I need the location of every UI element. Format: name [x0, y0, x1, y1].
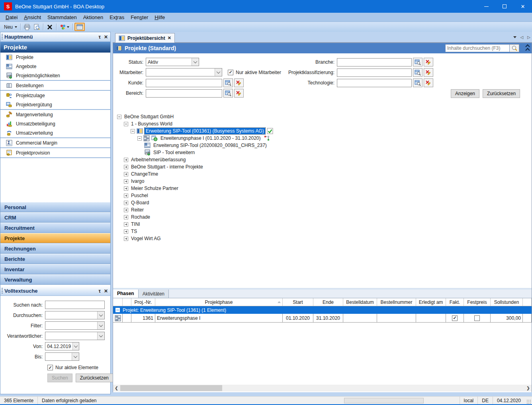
vts-von-combo[interactable]: 04.12.2019 — [45, 342, 79, 350]
close-panel-icon[interactable]: ✕ — [104, 34, 108, 40]
grid-group-row[interactable]: Projekt: Erweiterung SIP-Tool (1361) (1 … — [113, 306, 532, 314]
sidebar-item-umsatzbeteiligung[interactable]: Umsatzbeteiligung — [0, 119, 110, 128]
vts-suchennach-input[interactable] — [45, 301, 105, 309]
expand-icon[interactable] — [124, 179, 128, 184]
menu-aktionen[interactable]: Aktionen — [80, 14, 107, 21]
vts-filter-combo[interactable] — [45, 321, 105, 330]
content-search-input[interactable] — [445, 44, 510, 52]
section-berichte[interactable]: Berichte — [0, 254, 110, 264]
row-cell[interactable] — [377, 314, 416, 322]
sidebar-item-commercial-margin[interactable]: ΣCommercial Margin — [0, 138, 110, 147]
tab-projektuebersicht[interactable]: Projektübersicht ✕ — [115, 33, 175, 43]
sidebar-item-umsatzverteilung[interactable]: Umsatzverteilung — [0, 128, 110, 137]
drag-grip-icon[interactable] — [2, 288, 3, 294]
bereich-lookup-button[interactable] — [223, 89, 233, 98]
branche-lookup-button[interactable] — [413, 58, 422, 67]
tree-node-label[interactable]: Reiter — [130, 207, 145, 213]
row-icon-cell[interactable] — [113, 314, 123, 322]
expand-icon[interactable] — [124, 158, 128, 162]
expand-icon[interactable] — [124, 201, 128, 205]
status-combo[interactable]: Aktiv — [146, 58, 199, 66]
tree-node[interactable]: SIP - Tool erweitern — [113, 149, 532, 156]
structure-icon[interactable] — [264, 135, 270, 141]
pin-icon[interactable]: τ — [99, 288, 101, 294]
tree-node-label[interactable]: 1 - Busyness World — [130, 121, 174, 127]
tree-node-label[interactable]: SIP - Tool erweitern — [152, 149, 196, 156]
section-crm[interactable]: CRM — [0, 212, 110, 223]
column-header-start[interactable]: Start — [283, 298, 313, 306]
menu-ansicht[interactable]: Ansicht — [21, 14, 44, 21]
tree-node-label[interactable]: BeOne Stuttgart GmbH — [123, 113, 175, 120]
scroll-thumb[interactable] — [120, 385, 222, 391]
close-panel-icon[interactable]: ✕ — [104, 288, 108, 294]
section-personal[interactable]: Personal — [0, 202, 110, 212]
sidebar-item-bestellungen[interactable]: Bestellungen — [0, 81, 110, 90]
bereich-clear-button[interactable] — [234, 89, 244, 98]
expand-icon[interactable] — [124, 172, 128, 176]
branche-input[interactable] — [337, 58, 412, 67]
maximize-button[interactable] — [495, 0, 514, 13]
tree-node-label[interactable]: Q-Board — [130, 200, 150, 206]
tree-node[interactable]: Vogel Wirt AG — [113, 235, 532, 242]
projektklassifizierung-clear-button[interactable] — [424, 68, 433, 77]
delete-button[interactable] — [45, 23, 55, 31]
technologie-lookup-button[interactable] — [413, 78, 422, 87]
row-cell[interactable] — [123, 314, 131, 322]
search-button[interactable] — [510, 44, 519, 52]
column-header-bestellnummer[interactable]: Bestellnummer — [377, 298, 416, 306]
tab-scroll-left-icon[interactable]: ◁ — [520, 35, 524, 39]
menu-datei[interactable]: Datei — [2, 14, 21, 21]
tree-node-label[interactable]: TINI — [130, 221, 141, 227]
tree-node[interactable]: Reiter — [113, 206, 532, 213]
tree-node[interactable]: Arbeitnehmerüberlassung — [113, 156, 532, 163]
tab-close-icon[interactable]: ✕ — [168, 35, 171, 41]
pin-icon[interactable]: τ — [99, 34, 101, 40]
row-cell[interactable]: 01.10.2020 — [283, 314, 313, 322]
vts-verantwortlicher-combo[interactable] — [45, 332, 105, 340]
row-cell[interactable]: 1361 — [131, 314, 155, 322]
anzeigen-button[interactable]: Anzeigen — [451, 89, 479, 98]
projektklassifizierung-lookup-button[interactable] — [413, 68, 422, 77]
close-button[interactable]: ✕ — [514, 0, 532, 13]
expand-icon[interactable] — [124, 194, 128, 198]
sidebar-item-projektzulage[interactable]: Projektzulage — [0, 91, 110, 100]
collapse-icon[interactable] — [131, 129, 135, 133]
kunde-input[interactable] — [146, 79, 222, 87]
table-row[interactable]: 1361Erweiterungsphase I01.10.202031.10.2… — [113, 314, 532, 323]
row-cell[interactable] — [416, 314, 446, 322]
tree-node[interactable]: BeOne Stuttgart - interne Projekte — [113, 163, 532, 170]
menu-fenster[interactable]: Fenster — [127, 14, 151, 21]
checkbox-checked[interactable] — [452, 315, 458, 321]
row-checkbox-cell[interactable] — [464, 314, 491, 322]
tools-button[interactable] — [58, 23, 71, 31]
tree-node[interactable]: 1 - Busyness World — [113, 120, 532, 127]
technologie-input[interactable] — [337, 79, 412, 87]
resize-grip[interactable] — [526, 399, 531, 404]
minimize-button[interactable] — [477, 0, 495, 13]
tree-node[interactable]: TINI — [113, 221, 532, 228]
nur-aktive-mitarbeiter-checkbox[interactable] — [228, 70, 233, 75]
print-button[interactable] — [22, 23, 32, 31]
menu-stammdaten[interactable]: Stammdaten — [44, 14, 80, 21]
expand-icon[interactable] — [124, 237, 128, 241]
sidebar-item-margenverteilung[interactable]: Margenverteilung — [0, 110, 110, 119]
tree-node[interactable]: Puschel — [113, 192, 532, 199]
tree-node[interactable]: Ivargo — [113, 178, 532, 185]
row-cell[interactable]: 31.10.2020 — [313, 314, 343, 322]
tree-node[interactable]: BeOne Stuttgart GmbH — [113, 113, 532, 120]
sidebar-item-projektverg-tung[interactable]: Projektvergütung — [0, 100, 110, 109]
check-ok-icon[interactable] — [267, 128, 273, 134]
horizontal-scrollbar[interactable]: ❮ ❯ — [113, 385, 532, 391]
tree-node[interactable]: Erweiterungsphase I (01.10.2020 - 31.10.… — [113, 135, 532, 142]
drag-grip-icon[interactable] — [2, 34, 3, 40]
tab-aktivit-ten[interactable]: Aktivitäten — [139, 290, 169, 298]
column-header-fakt-[interactable]: Fakt. — [446, 298, 464, 306]
collapse-icon[interactable] — [124, 122, 128, 126]
vts-zuruecksetzen-button[interactable]: Zurücksetzen — [76, 374, 113, 382]
scroll-right-icon[interactable]: ❯ — [525, 385, 532, 391]
column-header-sollstunden[interactable]: Sollstunden — [491, 298, 523, 306]
tree-node[interactable]: Erweiterung SIP-Tool (001361) (Busyness … — [113, 127, 532, 135]
tree-node-label[interactable]: Erweiterung SIP-Tool (001361) (Busyness … — [145, 128, 265, 134]
tree-node-label[interactable]: Erweiterung SIP-Tool (20200820_00981_CHR… — [152, 142, 268, 149]
tree-node-label[interactable]: Ivargo — [130, 178, 145, 184]
